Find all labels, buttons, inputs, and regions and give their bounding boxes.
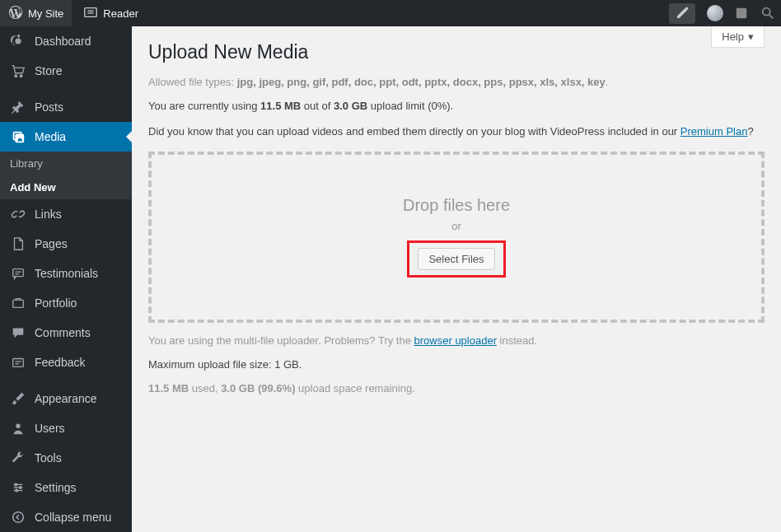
topbar-notifications[interactable] xyxy=(728,0,755,26)
tip-post: ? xyxy=(747,125,753,138)
sidebar-label-testimonials: Testimonials xyxy=(35,267,98,280)
sidebar-item-media[interactable]: Media xyxy=(0,122,132,152)
main-content: Help ▾ Upload New Media Allowed file typ… xyxy=(132,26,781,532)
svg-point-19 xyxy=(15,483,17,486)
usage-post: upload limit (0%). xyxy=(367,100,453,112)
topbar-mysite[interactable]: My Site xyxy=(0,0,72,26)
sidebar-item-users[interactable]: Users xyxy=(0,413,132,443)
premium-plan-link[interactable]: Premium Plan xyxy=(680,125,748,138)
sidebar-item-testimonials[interactable]: Testimonials xyxy=(0,259,132,288)
uploader-note: You are using the multi-file uploader. P… xyxy=(148,334,765,347)
max-size: Maximum upload file size: 1 GB. xyxy=(148,358,765,371)
svg-point-6 xyxy=(15,75,17,77)
sidebar-item-pages[interactable]: Pages xyxy=(0,229,132,259)
sidebar-item-dashboard[interactable]: Dashboard xyxy=(0,26,132,56)
drop-title: Drop files here xyxy=(403,196,510,215)
sidebar-label-users: Users xyxy=(35,422,65,435)
sidebar-label-comments: Comments xyxy=(35,326,91,339)
chevron-down-icon: ▾ xyxy=(748,30,754,43)
sidebar-item-tools[interactable]: Tools xyxy=(0,443,132,473)
space-used: 11.5 MB xyxy=(148,382,189,394)
space-used-label: used, xyxy=(189,382,221,394)
sidebar-item-settings[interactable]: Settings xyxy=(0,473,132,502)
sidebar-label-media: Media xyxy=(35,130,66,143)
sidebar-submenu-media: Library Add New xyxy=(0,152,132,199)
sidebar-label-settings: Settings xyxy=(35,481,77,494)
svg-point-21 xyxy=(16,489,18,492)
usage-total: 3.0 GB xyxy=(334,100,367,112)
sidebar-item-store[interactable]: Store xyxy=(0,56,132,86)
sidebar-label-portfolio: Portfolio xyxy=(35,296,77,310)
portfolio-icon xyxy=(10,295,26,311)
cart-icon xyxy=(10,63,26,79)
dashboard-icon xyxy=(10,33,26,49)
avatar-icon xyxy=(707,5,723,21)
allowed-types-list: jpg, jpeg, png, gif, pdf, doc, ppt, odt,… xyxy=(237,76,606,88)
space-label: upload space remaining. xyxy=(296,382,415,394)
wordpress-logo-icon xyxy=(8,5,23,22)
browser-uploader-link[interactable]: browser uploader xyxy=(414,334,497,347)
svg-point-22 xyxy=(13,512,24,523)
sidebar-subitem-library[interactable]: Library xyxy=(0,152,132,175)
user-icon xyxy=(10,420,26,436)
topbar-reader[interactable]: Reader xyxy=(75,0,147,26)
bell-icon xyxy=(734,6,749,21)
sidebar-item-appearance[interactable]: Appearance xyxy=(0,384,132,413)
tip-pre: Did you know that you can upload videos … xyxy=(148,125,680,138)
help-tab[interactable]: Help ▾ xyxy=(711,26,765,48)
usage-used: 11.5 MB xyxy=(260,100,301,112)
svg-line-5 xyxy=(769,15,774,19)
sidebar-item-feedback[interactable]: Feedback xyxy=(0,348,132,377)
sidebar-label-tools: Tools xyxy=(35,451,62,464)
svg-rect-8 xyxy=(13,269,24,277)
topbar-mysite-label: My Site xyxy=(28,7,63,20)
sidebar-label-links: Links xyxy=(35,208,62,221)
help-label: Help xyxy=(722,30,744,43)
topbar-reader-label: Reader xyxy=(103,7,138,20)
uploader-post: instead. xyxy=(497,334,537,347)
pin-icon xyxy=(10,99,26,115)
svg-rect-11 xyxy=(13,300,24,307)
allowed-label: Allowed file types: xyxy=(148,76,237,88)
drop-or: or xyxy=(451,220,461,232)
sidebar-item-portfolio[interactable]: Portfolio xyxy=(0,288,132,318)
wrench-icon xyxy=(10,450,26,466)
usage-mid: out of xyxy=(301,100,334,112)
topbar-search[interactable] xyxy=(755,0,781,26)
svg-point-7 xyxy=(20,75,22,77)
premium-tip: Did you know that you can upload videos … xyxy=(148,124,765,140)
sidebar-label-feedback: Feedback xyxy=(35,356,85,369)
usage-pre: You are currently using xyxy=(148,100,260,112)
select-files-highlight: Select Files xyxy=(407,240,505,278)
topbar-write-button[interactable] xyxy=(669,3,695,24)
links-icon xyxy=(10,206,26,222)
media-icon xyxy=(10,128,26,145)
svg-point-15 xyxy=(16,424,20,428)
sidebar-item-posts[interactable]: Posts xyxy=(0,92,132,122)
usage-info: You are currently using 11.5 MB out of 3… xyxy=(148,100,765,112)
svg-point-4 xyxy=(763,8,770,16)
sidebar-collapse[interactable]: Collapse menu xyxy=(0,502,132,532)
page-icon xyxy=(10,236,26,252)
search-icon xyxy=(760,6,775,21)
collapse-icon xyxy=(10,509,26,525)
drop-zone[interactable]: Drop files here or Select Files xyxy=(148,152,765,323)
page-title: Upload New Media xyxy=(148,41,765,63)
uploader-pre: You are using the multi-file uploader. P… xyxy=(148,334,414,347)
topbar-profile[interactable] xyxy=(702,0,728,26)
sidebar-label-appearance: Appearance xyxy=(35,392,97,405)
brush-icon xyxy=(10,390,26,407)
admin-sidebar: Dashboard Store Posts Media Library Add … xyxy=(0,26,132,532)
reader-icon xyxy=(83,5,98,22)
sidebar-label-pages: Pages xyxy=(35,237,68,250)
svg-rect-3 xyxy=(737,8,747,19)
sidebar-label-dashboard: Dashboard xyxy=(35,35,91,48)
space-total: 3.0 GB (99.6%) xyxy=(221,382,295,394)
sidebar-item-links[interactable]: Links xyxy=(0,199,132,229)
sidebar-subitem-addnew[interactable]: Add New xyxy=(0,175,132,199)
select-files-button[interactable]: Select Files xyxy=(418,248,494,270)
allowed-types: Allowed file types: jpg, jpeg, png, gif,… xyxy=(148,76,765,88)
sidebar-label-store: Store xyxy=(35,64,62,77)
sidebar-item-comments[interactable]: Comments xyxy=(0,318,132,348)
svg-rect-12 xyxy=(13,359,24,367)
